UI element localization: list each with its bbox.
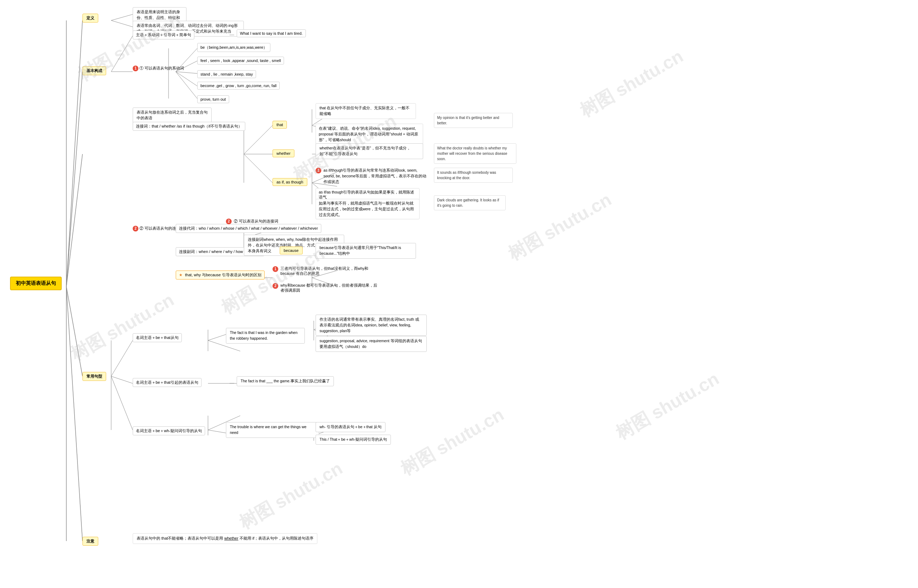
watermark-9: 树图 shutu.cn [396,403,508,481]
node-lianjieci2-top: 2 ② 可以表语从句的连接词 [226,218,278,224]
svg-line-7 [111,20,133,27]
svg-line-0 [66,20,83,287]
node-fact3-example: The trouble is where we can get the thin… [226,422,319,438]
svg-line-12 [176,72,197,73]
node-feel: feel , seem , look ,appear ,sound, taste… [197,57,284,65]
svg-line-38 [111,376,133,430]
node-because: because [280,247,303,254]
node-because-rule: because引导表语从句通常只用于"This/That/It is becau… [316,243,416,259]
node-be: be（being,been,am,is,are,was,were） [197,43,270,52]
node-fact3-rule2: This / That＋be＋wh-疑问词引导的从句 [316,435,391,445]
badge-1: 1 [133,66,138,71]
connectors [0,0,918,588]
node-fact2-example: The fact is that ___ the game.事实上我们队已经赢了 [237,376,334,386]
node-that-example: My opinion is that it's getting better a… [434,113,513,128]
node-zhuyi-desc: 表语从句中的 that不能省略；表语从句中可以是用 whether 不能用 if… [133,533,317,544]
arrow-2: — [230,380,234,386]
node-linking-label: 1① 可以表语从句的系动词 [133,66,184,71]
node-zhuyu-example: What I want to say is that I am tired. [237,29,306,37]
node-whether-rule: whether在表语从句中表"是否"，但不充当句子成分，如"不能"引导表语从句 [316,143,423,159]
watermark-5: 树图 shutu.cn [611,367,724,445]
svg-line-37 [111,376,133,383]
mind-map: 树图 shutu.cn 树图 shutu.cn 树图 shutu.cn 树图 s… [0,0,918,588]
node-zhuyu-line: 主语＋系动词＋引导词＋简单句 [133,31,194,39]
node-jiben: 基本构成 [83,66,106,75]
node-that-why-because: ★ that, why 与because 引导表语从句时的区别 [176,271,265,279]
node-twb-rule1-wrap: 1 三者均可引导表语从句，但that没有词义，而why和because 有自己的… [272,266,381,276]
node-prove: prove, turn out [197,95,229,103]
node-fact1-desc1: 作主语的名词通常带有表示事实、真理的名词fact, truth 或表示看法观点的… [316,315,427,336]
node-asif: as if, as though [272,178,307,186]
node-that: that [272,121,287,129]
svg-line-16 [244,125,272,154]
node-whether-example: What the doctor really doubts is whether… [434,143,516,164]
node-that-rule2: 在表"建议、劝说、命令"的名词idea, suggestion, request… [316,124,423,145]
node-asif-example2: Dark clouds are gathering. It looks as i… [434,195,506,210]
node-lianjieci: 连接词：that / whether /as if /as though（if不… [133,122,245,131]
node-asif-rule1: as if/though引导的表语从句常常与连系动词look, seem, so… [324,168,427,184]
node-stand: stand , lie , remain ,keep, stay [197,70,256,78]
node-minggci3: 名词主语＋be＋wh-疑问词引导的从句 [133,426,205,435]
svg-line-4 [66,287,83,541]
svg-line-6 [111,15,133,20]
svg-line-14 [176,72,197,99]
node-asif-rule1-wrap: 1 as if/though引导的表语从句常常与连系动词look, seem, … [316,168,427,184]
badge-twb-2: 2 [272,283,278,289]
watermark-3: 树图 shutu.cn [504,188,616,266]
watermark-6: 树图 shutu.cn [235,457,347,535]
node-twb-rule2: why和because 都可引导表语从句，但前者强调结果，后者强调原因 [280,283,381,293]
node-fact3-rule1: wh- 引导的表语从句＋be＋that 从句 [316,422,385,432]
node-that-rule1: that 在从句中不担任句子成分、无实际意义，一般不能省略 [316,103,416,119]
svg-line-2 [66,154,83,287]
node-minggci1: 名词主语＋be＋that从句 [133,333,182,342]
root-node: 初中英语表语从句 [10,276,62,290]
svg-line-13 [176,72,197,86]
svg-line-18 [244,154,272,183]
lianjieci2-top-text: ② 可以表语从句的连接词 [234,219,278,223]
node-changyong: 常用句型 [83,372,106,381]
svg-line-8 [111,36,133,72]
linking-verbs-text: ① 可以表语从句的系动词 [139,66,184,70]
node-asif-example1: It sounds as if/though somebody was knoc… [434,168,513,183]
node-dingyi: 定义 [83,14,98,23]
watermark-layer: 树图 shutu.cn 树图 shutu.cn 树图 shutu.cn 树图 s… [0,0,918,588]
node-whether: whether [272,149,295,157]
node-twb-rule2-wrap: 2 why和because 都可引导表语从句，但前者强调结果，后者强调原因 [272,283,381,293]
watermark-4: 树图 shutu.cn [66,288,178,367]
svg-line-36 [111,341,133,376]
node-fact1-desc2: suggestion, proposal, advice, requiremen… [316,336,427,352]
star-icon: ★ [179,273,183,277]
arrow-1: — [230,32,234,37]
node-asif-rule3: 如果与事实不符，就用虚拟语气且与一般现在时从句就应用过去式，be的过变成were… [316,199,419,219]
that-why-label: that, why 与because 引导表语从句时的区别 [185,273,261,277]
badge-asif-1: 1 [316,168,321,173]
node-zhuyi: 注意 [83,537,98,546]
watermark-7: 树图 shutu.cn [576,44,688,123]
node-twb-rule1: 三者均可引导表语从句，但that没有词义，而why和because 有自己的意思 [280,266,381,276]
svg-line-3 [66,287,83,376]
node-lianjiedaici: 连接代词：who / whom / whose / which / what /… [176,224,321,233]
zhuyi-text-2: 不能用 if；表语从句中，从句用陈述句语序 [238,536,314,540]
zhuyi-whether: whether [224,536,238,540]
node-biaoyudesc: 表语从句放在连系动词之后，充当复合句中的表语 [133,108,212,123]
zhuyi-text-1: 表语从句中的 that不能省略；表语从句中可以是用 [137,536,224,540]
node-become: become ,get , grow , turn ,go,come, run,… [197,82,280,90]
node-fact1-example: The fact is that I was in the garden whe… [226,328,305,344]
badge-2: 2 [133,226,138,231]
badge-2b: 2 [226,218,232,224]
svg-line-1 [66,72,83,287]
node-minggci2: 名词主语＋be＋that引起的表语从句 [133,378,202,387]
badge-twb-1: 1 [272,266,278,272]
